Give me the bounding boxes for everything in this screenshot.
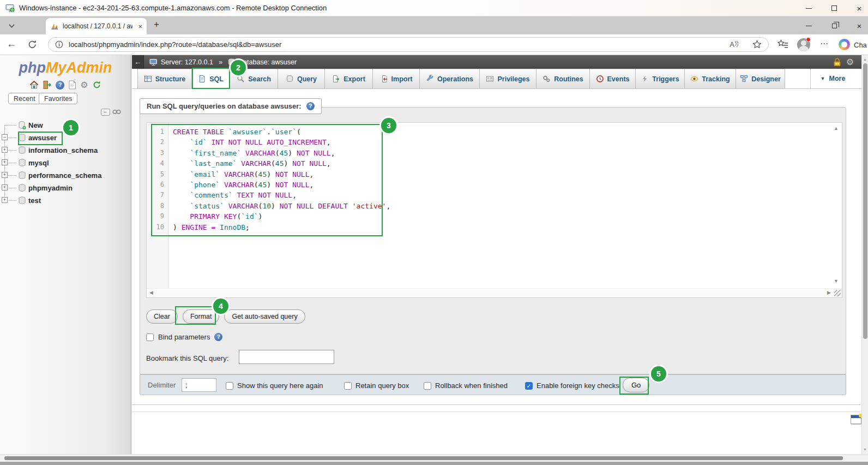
browser-minimize-button[interactable] bbox=[799, 20, 818, 32]
tab-events[interactable]: Events bbox=[590, 69, 636, 88]
breadcrumb-server[interactable]: Server: 127.0.0.1 bbox=[161, 58, 213, 66]
tab-triggers[interactable]: Triggers bbox=[636, 69, 685, 88]
scroll-down-arrow[interactable]: ▼ bbox=[863, 448, 867, 451]
tab-more[interactable]: ▼ More bbox=[810, 69, 855, 88]
browser-close-button[interactable]: × bbox=[850, 20, 868, 32]
read-aloud-icon[interactable]: A bbox=[730, 40, 738, 49]
hide-navigation-button[interactable]: ← bbox=[132, 55, 144, 69]
link-with-main-panel-icon[interactable] bbox=[112, 109, 121, 115]
tab-tracking[interactable]: Tracking bbox=[685, 69, 736, 88]
rdp-icon bbox=[5, 3, 15, 13]
reload-navigation-icon[interactable] bbox=[92, 80, 101, 90]
recent-button[interactable]: Recent bbox=[8, 93, 41, 104]
expand-expander[interactable]: + bbox=[2, 159, 8, 165]
delimiter-input[interactable] bbox=[182, 378, 216, 392]
retain-query-box-checkbox[interactable] bbox=[344, 382, 352, 390]
editor-scroll-left-button[interactable]: ◀ bbox=[149, 290, 153, 295]
horizontal-scrollbar-thumb[interactable] bbox=[4, 456, 843, 460]
go-button[interactable]: Go bbox=[623, 378, 649, 392]
favorites-button[interactable]: Favorites bbox=[39, 93, 77, 104]
bookmark-input[interactable] bbox=[239, 350, 334, 364]
expand-expander[interactable]: + bbox=[2, 197, 8, 203]
favorites-bar-icon[interactable] bbox=[777, 39, 788, 50]
close-icon: × bbox=[857, 22, 862, 30]
browser-tab[interactable]: localhost / 127.0.0.1 / awsuser | p × bbox=[46, 18, 147, 34]
bind-parameters-checkbox[interactable] bbox=[146, 333, 154, 341]
sql-query-legend: Run SQL query/queries on database awsuse… bbox=[140, 98, 322, 114]
home-icon[interactable] bbox=[29, 80, 39, 90]
expand-expander[interactable]: + bbox=[2, 184, 8, 190]
tab-search-button[interactable] bbox=[4, 20, 19, 31]
tab-import[interactable]: Import bbox=[373, 69, 420, 88]
show-query-again-option[interactable]: Show this query here again bbox=[226, 381, 323, 390]
browser-menu-button[interactable]: ⋯ bbox=[820, 39, 829, 49]
collapse-expander[interactable]: − bbox=[2, 134, 8, 140]
bookmark-label: Bookmark this SQL query: bbox=[146, 354, 228, 362]
database-icon bbox=[18, 159, 26, 167]
tab-routines[interactable]: Routines bbox=[537, 69, 590, 88]
legend-text: Run SQL query/queries on database awsuse… bbox=[147, 102, 302, 110]
open-new-phpmyadmin-window-icon[interactable] bbox=[851, 415, 861, 424]
editor-scroll-up-button[interactable]: ▲ bbox=[834, 126, 839, 131]
ssl-lock-icon bbox=[833, 58, 842, 67]
settings-gear-icon[interactable]: ⚙ bbox=[80, 81, 88, 90]
editor-scroll-right-button[interactable]: ▶ bbox=[827, 290, 831, 295]
enable-foreign-key-checks-option[interactable]: ✓ Enable foreign key checks bbox=[525, 381, 619, 390]
format-button[interactable]: Format bbox=[183, 309, 220, 324]
tab-structure[interactable]: Structure bbox=[137, 69, 192, 88]
tab-designer[interactable]: Designer bbox=[736, 69, 785, 88]
copilot-icon[interactable] bbox=[839, 39, 850, 50]
editor-scroll-down-button[interactable]: ▼ bbox=[834, 279, 839, 284]
help-icon[interactable]: ? bbox=[306, 102, 315, 110]
show-query-again-checkbox[interactable] bbox=[226, 382, 233, 390]
documentation-icon[interactable] bbox=[68, 80, 76, 90]
tab-export[interactable]: Export bbox=[325, 69, 373, 88]
tab-privileges[interactable]: Privileges bbox=[480, 69, 537, 88]
refresh-button[interactable] bbox=[27, 39, 38, 50]
vertical-scrollbar-thumb[interactable] bbox=[863, 63, 867, 339]
search-icon bbox=[237, 75, 245, 83]
get-auto-saved-query-button[interactable]: Get auto-saved query bbox=[224, 309, 305, 324]
clear-button[interactable]: Clear bbox=[146, 309, 178, 324]
structure-icon bbox=[144, 75, 152, 83]
breadcrumb-database[interactable]: Database: awsuser bbox=[238, 58, 297, 66]
tab-query[interactable]: Query bbox=[278, 69, 325, 88]
address-bar[interactable]: localhost/phpmyadmin/index.php?route=/da… bbox=[48, 37, 769, 52]
sql-code-editor[interactable]: 12345678910 CREATE TABLE `awsuser`.`user… bbox=[146, 122, 842, 298]
tab-close-button[interactable]: × bbox=[138, 22, 142, 31]
editor-horizontal-scrollbar[interactable] bbox=[147, 288, 842, 297]
foreign-key-checks-checkbox[interactable]: ✓ bbox=[525, 382, 533, 390]
phpmyadmin-logo[interactable]: phpMyAdmin bbox=[0, 59, 131, 76]
page-settings-gear-icon[interactable]: ⚙ bbox=[846, 58, 854, 67]
log-out-icon[interactable] bbox=[43, 80, 52, 90]
editor-code[interactable]: CREATE TABLE `awsuser`.`user`( `id` INT … bbox=[168, 123, 823, 289]
server-icon bbox=[149, 58, 158, 66]
collapse-all-button[interactable]: − bbox=[101, 109, 110, 116]
scroll-up-arrow[interactable]: ▲ bbox=[863, 57, 867, 61]
tab-operations[interactable]: Operations bbox=[420, 69, 480, 88]
phpmyadmin-navigation-panel: phpMyAdmin ? ⚙ Recent Fa bbox=[0, 55, 131, 454]
help-icon[interactable]: ? bbox=[56, 81, 64, 90]
expand-expander[interactable]: + bbox=[2, 172, 8, 178]
site-info-icon bbox=[55, 40, 63, 49]
new-tab-button[interactable]: + bbox=[154, 19, 159, 30]
page-horizontal-scrollbar[interactable] bbox=[0, 454, 868, 462]
back-button[interactable]: ← bbox=[7, 38, 16, 50]
help-icon[interactable]: ? bbox=[214, 333, 222, 341]
editor-resize-handle[interactable] bbox=[834, 290, 841, 296]
rdp-close-button[interactable]: × bbox=[850, 2, 868, 14]
rollback-checkbox[interactable] bbox=[424, 382, 431, 390]
page-vertical-scrollbar[interactable]: ▲ ▼ bbox=[861, 55, 868, 454]
triggers-icon bbox=[641, 75, 649, 83]
retain-query-box-option[interactable]: Retain query box bbox=[344, 381, 409, 390]
favorite-star-icon[interactable] bbox=[752, 40, 762, 49]
rollback-when-finished-option[interactable]: Rollback when finished bbox=[424, 381, 508, 390]
rdp-minimize-button[interactable] bbox=[799, 2, 818, 14]
tab-search[interactable]: Search bbox=[230, 69, 278, 88]
sql-icon bbox=[198, 75, 206, 83]
browser-restore-button[interactable] bbox=[825, 20, 843, 32]
designer-icon bbox=[740, 75, 748, 83]
tab-sql[interactable]: SQL bbox=[192, 69, 230, 88]
rdp-maximize-button[interactable] bbox=[825, 2, 843, 14]
expand-expander[interactable]: + bbox=[2, 147, 8, 153]
